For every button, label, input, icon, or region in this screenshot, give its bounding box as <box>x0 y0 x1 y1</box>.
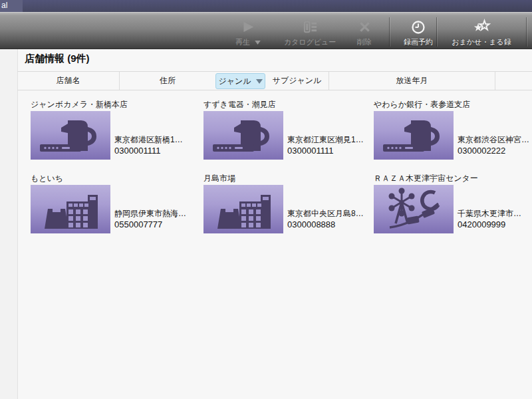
tab-subgenre-label: サブジャンル <box>273 75 322 86</box>
tab-genre-label: ジャンル <box>218 76 251 87</box>
store-meta: 千葉県木更津市… 0420009999 <box>458 209 521 233</box>
store-meta: 東京都渋谷区神宮… 0300002222 <box>458 135 529 160</box>
tab-broadcast-date[interactable]: 放送年月 <box>329 72 495 90</box>
store-phone: 0300008888 <box>287 219 364 230</box>
store-phone: 0300001111 <box>287 145 364 156</box>
tab-row-filler <box>495 72 532 90</box>
toolbar: 再生 カタログビュー 削除 録画予約 おまかせ・まる録 <box>0 12 532 49</box>
store-address: 東京都中央区月島8… <box>287 209 364 219</box>
auto-record-stars-icon <box>473 18 491 35</box>
store-meta: 東京都港区新橋1… 0300001111 <box>114 135 183 160</box>
store-name: すずき電器・潮見店 <box>203 100 374 109</box>
amusement-icon <box>374 185 454 233</box>
filter-tab-row: 店舗名 住所 ジャンル サブジャンル 放送年月 <box>17 71 532 90</box>
catalog-view-button-label: カタログビュー <box>284 37 336 47</box>
delete-button-label: 削除 <box>357 37 372 47</box>
appliance-icon <box>374 111 454 160</box>
store-address: 東京都江東区潮見1… <box>287 135 364 145</box>
tab-subgenre[interactable]: サブジャンル <box>265 72 329 90</box>
store-address: 千葉県木更津市… <box>458 209 521 219</box>
store-name: やわらか銀行・表参道支店 <box>374 100 532 109</box>
store-genre-thumbnail[interactable] <box>203 185 283 233</box>
toolbar-separator <box>389 17 390 47</box>
store-name: もといち <box>31 174 203 183</box>
record-timer-icon <box>410 18 426 35</box>
store-name: 月島市場 <box>203 174 374 183</box>
toolbar-separator <box>526 17 527 47</box>
store-name: ＲＡＺＡ木更津宇宙センター <box>374 174 532 183</box>
appliance-icon <box>31 111 110 160</box>
auto-record-button-label: おまかせ・まる録 <box>452 37 511 47</box>
tab-address-label: 住所 <box>160 75 176 86</box>
chevron-down-icon[interactable] <box>255 41 261 45</box>
tab-store-name[interactable]: 店舗名 <box>17 72 120 90</box>
store-card[interactable]: もといち 静岡県伊東市熱海… 0550007777 <box>31 174 203 247</box>
record-reserve-button[interactable]: 録画予約 <box>394 15 443 47</box>
tab-store-name-label: 店舗名 <box>57 75 80 86</box>
delete-icon <box>358 18 372 35</box>
delete-button[interactable]: 削除 <box>344 15 384 47</box>
store-genre-thumbnail[interactable] <box>374 111 454 160</box>
store-meta: 東京都中央区月島8… 0300008888 <box>287 209 364 233</box>
store-address: 東京都渋谷区神宮… <box>458 135 529 145</box>
title-bar: al <box>0 0 532 12</box>
store-phone: 0550007777 <box>114 219 186 230</box>
page-title: 店舗情報 (9件) <box>25 53 90 65</box>
building-icon <box>203 185 283 233</box>
catalog-view-button[interactable]: カタログビュー <box>280 15 340 47</box>
store-address: 東京都港区新橋1… <box>114 135 183 145</box>
tab-genre[interactable]: ジャンル <box>215 73 265 89</box>
chevron-down-icon[interactable] <box>256 79 263 84</box>
toolbar-separator <box>436 17 437 47</box>
store-genre-thumbnail[interactable] <box>31 185 110 233</box>
content-area: 店舗情報 (9件) 店舗名 住所 ジャンル サブジャンル 放送年月 ジャンボカメ… <box>0 49 532 399</box>
building-icon <box>31 185 110 233</box>
window-title: al <box>0 0 23 12</box>
record-reserve-button-label: 録画予約 <box>404 37 433 47</box>
play-button[interactable]: 再生 <box>222 15 274 47</box>
store-genre-thumbnail[interactable] <box>203 111 283 160</box>
auto-record-button[interactable]: おまかせ・まる録 <box>446 15 517 47</box>
store-card[interactable]: ＲＡＺＡ木更津宇宙センター 千葉県木更津市… 0420009999 <box>374 174 532 247</box>
tab-broadcast-date-label: 放送年月 <box>396 75 428 86</box>
store-phone: 0420009999 <box>458 219 521 230</box>
store-phone: 0300002222 <box>458 145 529 156</box>
store-grid: ジャンボカメラ・新橋本店 東京都港区新橋1… 0300001111 すずき電器・… <box>31 100 532 247</box>
store-name: ジャンボカメラ・新橋本店 <box>31 100 203 109</box>
play-icon <box>240 18 257 35</box>
catalog-view-icon <box>303 18 318 35</box>
store-card[interactable]: やわらか銀行・表参道支店 東京都渋谷区神宮… 0300002222 <box>374 100 532 174</box>
store-card[interactable]: すずき電器・潮見店 東京都江東区潮見1… 0300001111 <box>203 100 374 174</box>
left-margin-strip <box>0 49 18 399</box>
play-button-label: 再生 <box>235 37 250 47</box>
store-card[interactable]: ジャンボカメラ・新橋本店 東京都港区新橋1… 0300001111 <box>31 100 203 174</box>
application-window: al 再生 カタログビュー 削除 録画予約 おまかせ・まる録 <box>0 0 532 399</box>
appliance-icon <box>203 111 283 160</box>
store-card[interactable]: 月島市場 東京都中央区月島8… 0300008888 <box>203 174 374 247</box>
store-meta: 静岡県伊東市熱海… 0550007777 <box>114 209 186 233</box>
store-address: 静岡県伊東市熱海… <box>114 209 186 219</box>
store-meta: 東京都江東区潮見1… 0300001111 <box>287 135 364 160</box>
tab-address[interactable]: 住所 <box>120 72 215 90</box>
store-phone: 0300001111 <box>114 145 183 156</box>
store-genre-thumbnail[interactable] <box>31 111 110 160</box>
store-genre-thumbnail[interactable] <box>374 185 454 233</box>
